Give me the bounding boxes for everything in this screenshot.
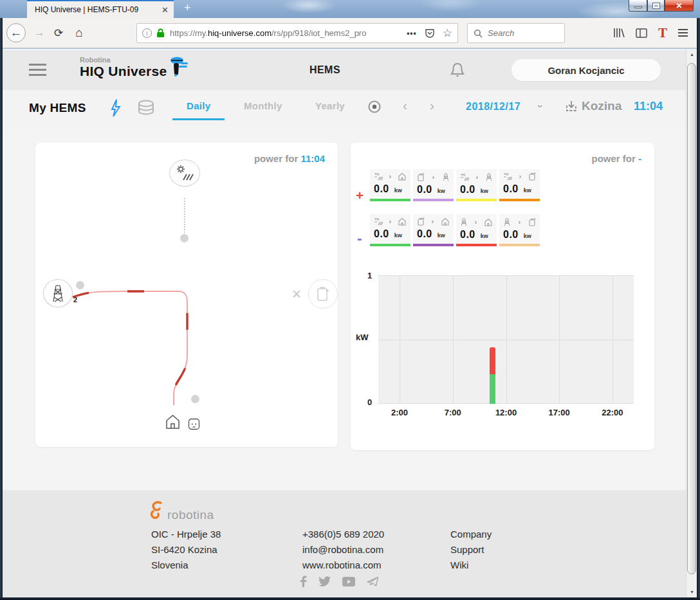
date-picker[interactable]: 2018/12/17 [466,101,520,113]
meter-tile[interactable]: › 0.0kw [370,169,410,199]
meter-tile[interactable]: › 0.0kw [413,169,454,199]
new-tab-button[interactable]: + [184,1,191,15]
library-icon[interactable] [613,28,625,38]
twitter-icon[interactable] [318,576,331,586]
meter-color-bar [413,199,454,201]
next-day-icon[interactable]: › [430,98,434,113]
browser-tab[interactable]: HIQ Universe | HEMS-FTU-09 ✕ [27,0,174,18]
meter-tile[interactable]: › 0.0kw [499,214,540,244]
forward-button[interactable]: → [30,23,49,42]
search-bar[interactable]: Search [467,23,565,43]
house-endpoint-dot [191,395,199,403]
battery-icon [528,218,536,226]
meter-tile[interactable]: › 0.0kw [499,169,540,199]
solar-icon [374,172,383,181]
solar-icon [460,173,469,181]
social-icons [300,576,379,587]
footer-email[interactable]: info@robotina.com [302,542,384,558]
scrollbar-thumb[interactable] [687,63,696,574]
meter-tile[interactable]: › 0.0kw [370,214,410,244]
chevron-down-icon[interactable]: ⌄ [535,99,544,110]
window-controls: ✕ [629,0,694,12]
footer: robotina OIC - Hrpelje 38 SI-6420 Kozina… [3,490,686,597]
browser-toolbar: ← → ⟳ ⌂ i https://my.hiq-universe.com/rs… [3,18,697,48]
close-icon[interactable]: ✕ [291,287,302,302]
pocket-icon[interactable] [425,28,435,39]
home-button[interactable]: ⌂ [69,23,89,42]
user-menu[interactable]: Goran Kocjancic [511,59,661,81]
minimize-button[interactable] [629,0,647,12]
footer-link-company[interactable]: Company [450,527,492,542]
close-button[interactable]: ✕ [665,0,694,12]
bell-icon[interactable] [448,60,467,80]
search-placeholder: Search [488,28,514,38]
meter-tile[interactable]: › 0.0kw [456,169,497,199]
layers-icon[interactable] [135,98,157,120]
search-icon [474,29,483,38]
page-info-icon[interactable]: i [142,28,152,38]
browser-window: HIQ Universe | HEMS-FTU-09 ✕ + ✕ ← → ⟳ ⌂… [0,0,700,600]
url-bar[interactable]: i https://my.hiq-universe.com/rs/pp/918/… [136,23,458,43]
tab-yearly[interactable]: Yearly [315,100,345,111]
grid-pylon-icon [503,217,511,226]
meter-color-bar [456,244,497,246]
footer-link-wiki[interactable]: Wiki [450,558,492,573]
footer-links: Company Support Wiki [450,527,492,573]
minus-sign: - [357,230,362,248]
flow-chevron-icon: › [432,174,434,181]
user-name: Goran Kocjancic [548,65,624,76]
meter-tile[interactable]: › 0.0kw [456,214,497,244]
scroll-down-icon[interactable]: ▼ [686,586,697,597]
right-card-caption: power for - [591,153,641,164]
house-icon [164,413,181,430]
prev-day-icon[interactable]: ‹ [403,98,407,113]
house-icon [484,218,493,226]
battery-button[interactable] [308,279,338,309]
page-content: Robotina HIQ Universe HEMS Goran Kocjanc… [3,49,686,597]
flow-chevron-icon: › [389,173,391,180]
download-icon[interactable] [564,99,578,114]
meter-tile[interactable]: › 0.0kw [413,214,454,244]
sidebar-icon[interactable] [636,28,647,38]
power-flow-card: power for 11:04 2 [35,143,338,447]
y-axis-max: 1 [367,271,372,280]
nav-title: My HEMS [29,101,86,115]
current-time: 11:04 [634,100,663,113]
scrollbar[interactable]: ▲ ▼ [686,49,697,597]
back-button[interactable]: ← [6,23,26,42]
bookmark-star-icon[interactable]: ☆ [443,26,452,40]
tab-daily[interactable]: Daily [187,100,210,111]
flow-chevron-icon: › [389,218,391,225]
site-name: Kozina [582,99,622,113]
record-icon[interactable] [367,100,382,114]
main-area: power for 11:04 2 [3,127,686,490]
extension-t-icon[interactable]: T [658,26,667,40]
solar-icon [503,172,512,181]
x-axis-tick: 2:00 [383,408,416,417]
bolt-icon[interactable] [107,98,124,118]
chart-plot[interactable] [378,275,634,404]
footer-address: OIC - Hrpelje 38 SI-6420 Kozina Slovenia [151,527,221,573]
browser-menu-icon[interactable] [678,27,688,39]
maximize-button[interactable] [647,0,665,12]
youtube-icon[interactable] [342,577,355,586]
x-axis-tick: 17:00 [543,408,575,417]
battery-icon [417,173,425,181]
plus-sign: + [356,188,364,203]
x-axis-tick: 7:00 [437,408,469,417]
footer-website[interactable]: www.robotina.com [302,558,384,573]
y-axis-min: 0 [367,397,372,407]
tab-monthly[interactable]: Monthly [244,100,282,111]
reload-button[interactable]: ⟳ [49,23,68,42]
x-axis-tick: 12:00 [490,408,522,417]
page-actions-icon[interactable]: ••• [407,29,417,38]
footer-link-support[interactable]: Support [450,542,492,558]
flow-chevron-icon: › [519,173,521,180]
flow-chevron-icon: › [476,174,478,181]
telegram-icon[interactable] [367,576,379,587]
tab-close-icon[interactable]: ✕ [161,5,169,15]
meter-color-bar [499,199,540,201]
tab-title: HIQ Universe | HEMS-FTU-09 [35,5,156,14]
scroll-up-icon[interactable]: ▲ [686,49,697,60]
facebook-icon[interactable] [300,576,307,587]
